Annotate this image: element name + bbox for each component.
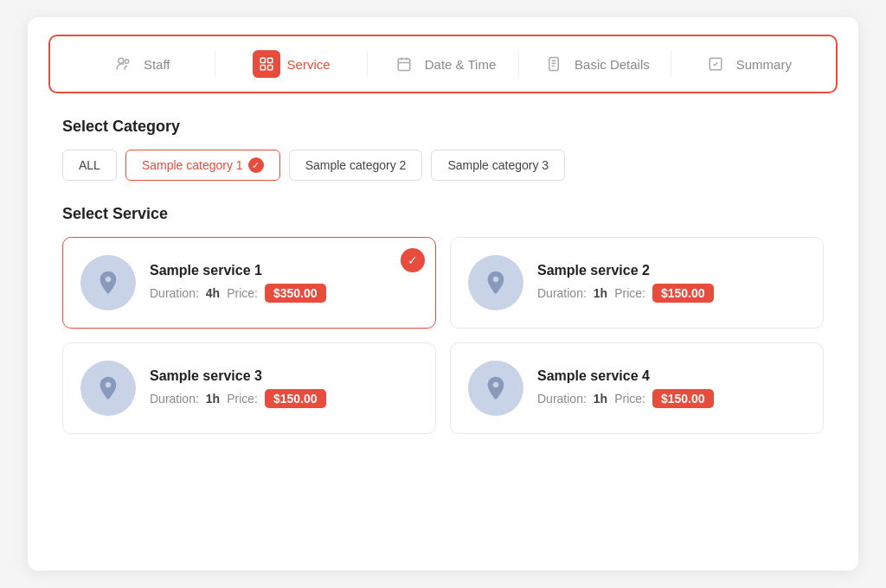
service-1-price-badge: $350.00 xyxy=(265,284,326,303)
category-btn-1-label: Sample category 1 xyxy=(142,158,243,172)
svg-rect-4 xyxy=(260,66,265,70)
svg-point-1 xyxy=(125,60,129,64)
checkbox-icon xyxy=(702,50,729,78)
step-summary-label: Summary xyxy=(736,57,792,72)
service-card-2[interactable]: Sample service 2 Duration: 1h Price: $15… xyxy=(450,237,824,329)
category-title: Select Category xyxy=(62,118,824,136)
service-1-info: Sample service 1 Duration: 4h Price: $35… xyxy=(150,263,418,303)
calendar-icon xyxy=(390,50,418,78)
category-btn-all-label: ALL xyxy=(79,158,100,172)
service-grid: ✓ Sample service 1 Duration: 4h Price: $… xyxy=(62,237,824,434)
service-3-price-label: Price: xyxy=(227,392,258,406)
category-section: Select Category ALL Sample category 1 ✓ … xyxy=(62,118,824,181)
svg-rect-5 xyxy=(267,66,272,70)
svg-rect-3 xyxy=(267,58,272,62)
service-1-avatar xyxy=(80,255,136,310)
main-content: Select Category ALL Sample category 1 ✓ … xyxy=(28,93,858,458)
category-filters: ALL Sample category 1 ✓ Sample category … xyxy=(62,150,824,181)
service-section: Select Service ✓ Sample service 1 Durati… xyxy=(62,205,824,434)
service-4-avatar xyxy=(468,361,523,416)
service-4-price-badge: $150.00 xyxy=(652,389,714,408)
service-4-duration-value: 1h xyxy=(594,392,607,406)
service-2-price-badge: $150.00 xyxy=(652,284,714,303)
service-card-1[interactable]: ✓ Sample service 1 Duration: 4h Price: $… xyxy=(62,237,436,329)
service-title: Select Service xyxy=(62,205,824,223)
service-1-price-label: Price: xyxy=(227,286,258,300)
service-1-name: Sample service 1 xyxy=(150,263,418,278)
service-3-name: Sample service 3 xyxy=(150,368,418,384)
service-3-info: Sample service 3 Duration: 1h Price: $15… xyxy=(150,368,418,408)
step-summary[interactable]: Summary xyxy=(671,43,822,85)
service-3-duration-label: Duration: xyxy=(150,392,199,406)
svg-rect-2 xyxy=(260,58,265,62)
service-4-duration-label: Duration: xyxy=(537,392,587,406)
step-staff-label: Staff xyxy=(144,57,170,72)
service-2-meta: Duration: 1h Price: $150.00 xyxy=(537,284,806,303)
service-2-price-label: Price: xyxy=(614,286,645,300)
service-1-duration-label: Duration: xyxy=(150,286,199,300)
step-basic-details[interactable]: Basic Details xyxy=(519,43,670,85)
service-4-price-label: Price: xyxy=(614,392,645,406)
category-btn-3[interactable]: Sample category 3 xyxy=(431,150,565,181)
service-icon xyxy=(253,50,280,78)
service-3-price-badge: $150.00 xyxy=(265,389,326,408)
service-1-meta: Duration: 4h Price: $350.00 xyxy=(150,284,418,303)
service-card-3[interactable]: Sample service 3 Duration: 1h Price: $15… xyxy=(62,342,436,434)
step-datetime-label: Date & Time xyxy=(425,57,497,72)
category-btn-3-label: Sample category 3 xyxy=(447,158,549,172)
category-btn-1[interactable]: Sample category 1 ✓ xyxy=(125,150,280,181)
category-btn-all[interactable]: ALL xyxy=(62,150,117,181)
service-2-duration-value: 1h xyxy=(594,286,607,300)
service-4-info: Sample service 4 Duration: 1h Price: $15… xyxy=(537,368,806,408)
service-4-meta: Duration: 1h Price: $150.00 xyxy=(537,389,806,408)
service-2-info: Sample service 2 Duration: 1h Price: $15… xyxy=(537,263,806,303)
service-2-avatar xyxy=(468,255,523,310)
service-1-duration-value: 4h xyxy=(206,286,220,300)
svg-rect-6 xyxy=(398,59,410,71)
category-1-check-icon: ✓ xyxy=(248,157,264,173)
doc-icon xyxy=(540,50,568,78)
step-basic-details-label: Basic Details xyxy=(575,57,650,72)
step-staff[interactable]: Staff xyxy=(64,43,215,85)
step-service-label: Service xyxy=(287,57,331,72)
staff-icon xyxy=(109,50,137,78)
svg-point-0 xyxy=(119,58,124,63)
category-btn-2-label: Sample category 2 xyxy=(305,158,407,172)
service-1-selected-badge: ✓ xyxy=(401,248,425,272)
service-card-4[interactable]: Sample service 4 Duration: 1h Price: $15… xyxy=(450,342,824,434)
service-4-name: Sample service 4 xyxy=(537,368,806,384)
service-3-avatar xyxy=(80,361,136,416)
service-2-duration-label: Duration: xyxy=(537,286,587,300)
stepper: Staff Service Date & Time xyxy=(48,35,838,93)
category-btn-2[interactable]: Sample category 2 xyxy=(289,150,423,181)
step-datetime[interactable]: Date & Time xyxy=(368,43,518,85)
service-3-duration-value: 1h xyxy=(206,392,220,406)
service-2-name: Sample service 2 xyxy=(537,263,806,278)
service-3-meta: Duration: 1h Price: $150.00 xyxy=(150,389,418,408)
step-service[interactable]: Service xyxy=(215,43,366,85)
main-container: Staff Service Date & Time xyxy=(28,17,858,571)
